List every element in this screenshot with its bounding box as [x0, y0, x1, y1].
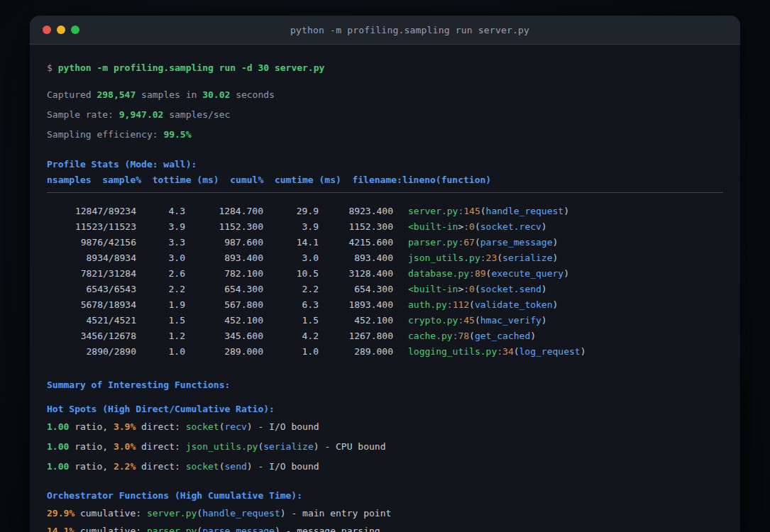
- cell-tottime_ms: 289.000: [185, 344, 263, 360]
- file-name: crypto.py: [408, 315, 458, 326]
- maximize-button[interactable]: [71, 26, 79, 34]
- function-name: handle_request: [486, 206, 564, 216]
- orchestrator-line: 14.1% cumulative: parser.py(parse_messag…: [47, 525, 723, 532]
- line-number: 23: [486, 253, 497, 263]
- summary-heading: Summary of Interesting Functions:: [47, 379, 723, 392]
- hot-spot-line: 1.00 ratio, 3.0% direct: json_utils.py(s…: [47, 440, 723, 453]
- function-name: execute_query: [491, 268, 563, 279]
- line-number: 0: [469, 284, 475, 294]
- cell-function-ref: <built-in>:0(socket.recv): [393, 219, 723, 235]
- table-row: 8934/89343.0893.4003.0893.400json_utils.…: [47, 250, 723, 266]
- cell-cumul_pct: 3.9: [263, 219, 319, 235]
- stat-line: Sample rate: 9,947.02 samples/sec: [47, 109, 723, 121]
- cell-tottime_ms: 654.300: [185, 282, 263, 297]
- line-number: 34: [502, 346, 514, 357]
- table-row: 4521/45211.5452.1001.5452.100crypto.py:4…: [47, 313, 723, 328]
- line-number: 78: [458, 331, 469, 341]
- cell-nsamples: 5678/18934: [47, 297, 136, 313]
- cell-tottime_ms: 567.800: [185, 297, 263, 313]
- command-line: $ python -m profiling.sampling run -d 30…: [47, 62, 723, 74]
- table-divider: [47, 192, 723, 193]
- profile-table: 12847/892344.31284.70029.98923.400server…: [47, 204, 723, 360]
- cell-cumtime_ms: 8923.400: [319, 204, 393, 219]
- orchestrators-heading: Orchestrator Functions (High Cumulative …: [47, 489, 723, 502]
- table-row: 3456/126781.2345.6004.21267.800cache.py:…: [47, 328, 723, 344]
- hot-spot-line: 1.00 ratio, 2.2% direct: socket(send) - …: [47, 460, 723, 473]
- hot-spots-list: 1.00 ratio, 3.9% direct: socket(recv) - …: [47, 421, 723, 473]
- cell-function-ref: crypto.py:45(hmac_verify): [393, 313, 723, 328]
- cell-cumtime_ms: 3128.400: [319, 266, 393, 282]
- cell-cumtime_ms: 289.000: [319, 344, 393, 360]
- function-name: socket.send: [480, 284, 541, 294]
- file-name: cache.py: [408, 331, 453, 341]
- window-title: python -m profiling.sampling run server.…: [79, 25, 740, 35]
- cell-tottime_ms: 987.600: [185, 235, 263, 250]
- cell-tottime_ms: 782.100: [185, 266, 263, 282]
- titlebar: python -m profiling.sampling run server.…: [30, 16, 740, 45]
- line-number: 145: [463, 206, 480, 216]
- cell-function-ref: parser.py:67(parse_message): [393, 235, 723, 250]
- file-name: json_utils.py: [408, 253, 480, 263]
- cell-tottime_ms: 345.600: [185, 328, 263, 344]
- window-controls: [30, 26, 79, 34]
- function-name: socket.recv: [480, 221, 541, 232]
- capture-stats: Captured 298,547 samples in 30.02 second…: [47, 89, 723, 141]
- cell-nsamples: 4521/4521: [47, 313, 136, 328]
- cell-cumul_pct: 6.3: [263, 297, 319, 313]
- cell-sample_pct: 1.2: [136, 328, 185, 344]
- cell-sample_pct: 1.5: [136, 313, 185, 328]
- line-number: 0: [469, 221, 475, 232]
- cell-cumul_pct: 10.5: [263, 266, 319, 282]
- table-row: 6543/65432.2654.3002.2654.300<built-in>:…: [47, 282, 723, 297]
- function-name: parse_message: [480, 237, 553, 248]
- stat-line: Sampling efficiency: 99.5%: [47, 128, 723, 141]
- line-number: 45: [463, 315, 475, 326]
- cell-sample_pct: 3.3: [136, 235, 185, 250]
- hot-spot-line: 1.00 ratio, 3.9% direct: socket(recv) - …: [47, 421, 723, 433]
- cell-cumtime_ms: 1152.300: [319, 219, 393, 235]
- stat-line: Captured 298,547 samples in 30.02 second…: [47, 89, 723, 101]
- function-name: serialize: [502, 253, 552, 263]
- close-button[interactable]: [43, 26, 51, 34]
- file-name: auth.py: [408, 299, 447, 310]
- orchestrator-line: 29.9% cumulative: server.py(handle_reque…: [47, 507, 723, 520]
- function-name: get_cached: [475, 331, 530, 341]
- cell-function-ref: <built-in>:0(socket.send): [393, 282, 723, 297]
- cell-nsamples: 11523/11523: [47, 219, 136, 235]
- cell-function-ref: cache.py:78(get_cached): [393, 328, 723, 344]
- table-row: 12847/892344.31284.70029.98923.400server…: [47, 204, 723, 219]
- cell-cumtime_ms: 452.100: [319, 313, 393, 328]
- hot-spots-heading: Hot Spots (High Direct/Cumulative Ratio)…: [47, 403, 723, 416]
- function-name: hmac_verify: [480, 315, 541, 326]
- file-name: <built-in: [408, 284, 458, 294]
- file-name: server.py: [408, 206, 458, 216]
- cell-sample_pct: 1.9: [136, 297, 185, 313]
- cell-tottime_ms: 1152.300: [185, 219, 263, 235]
- file-name: <built-in: [408, 221, 458, 232]
- cell-function-ref: auth.py:112(validate_token): [393, 297, 723, 313]
- minimize-button[interactable]: [57, 26, 65, 34]
- line-number: 112: [453, 299, 469, 310]
- profile-stats-heading: Profile Stats (Mode: wall):: [47, 158, 723, 171]
- cell-cumul_pct: 29.9: [263, 204, 319, 219]
- table-column-headers: nsamples sample% tottime (ms) cumul% cum…: [47, 174, 723, 187]
- cell-sample_pct: 4.3: [136, 204, 185, 219]
- cell-sample_pct: 1.0: [136, 344, 185, 360]
- orchestrators-list: 29.9% cumulative: server.py(handle_reque…: [47, 507, 723, 532]
- cell-sample_pct: 3.0: [136, 250, 185, 266]
- cell-cumul_pct: 1.5: [263, 313, 319, 328]
- file-name: logging_utils.py: [408, 346, 497, 357]
- cell-tottime_ms: 1284.700: [185, 204, 263, 219]
- cell-nsamples: 2890/2890: [47, 344, 136, 360]
- cell-tottime_ms: 893.400: [185, 250, 263, 266]
- function-name: validate_token: [475, 299, 553, 310]
- cell-cumtime_ms: 893.400: [319, 250, 393, 266]
- terminal-content: $ python -m profiling.sampling run -d 30…: [30, 45, 740, 532]
- cell-cumul_pct: 2.2: [263, 282, 319, 297]
- cell-cumul_pct: 14.1: [263, 235, 319, 250]
- cell-nsamples: 8934/8934: [47, 250, 136, 266]
- function-name: log_request: [519, 346, 581, 357]
- cell-cumtime_ms: 1267.800: [319, 328, 393, 344]
- cell-sample_pct: 2.6: [136, 266, 185, 282]
- cell-cumul_pct: 4.2: [263, 328, 319, 344]
